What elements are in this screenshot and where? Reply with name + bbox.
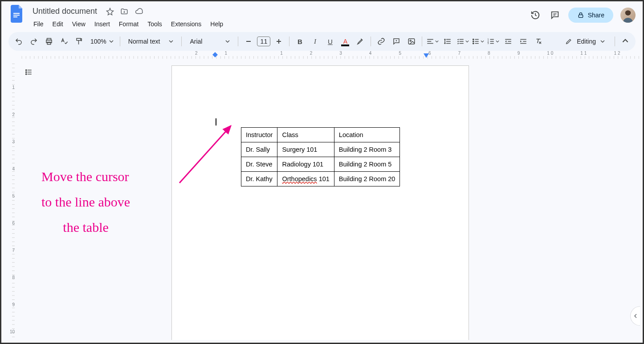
paint-format-button[interactable] xyxy=(73,35,86,48)
collapse-toolbar-button[interactable] xyxy=(619,35,632,48)
zoom-dropdown[interactable]: 100% xyxy=(88,38,116,45)
increase-indent-button[interactable] xyxy=(517,35,530,48)
table-row[interactable]: Dr. KathyOrthopedics 101Building 2 Room … xyxy=(241,172,400,186)
font-family-dropdown[interactable]: Arial xyxy=(185,38,234,45)
menu-extensions[interactable]: Extensions xyxy=(167,19,205,29)
svg-point-13 xyxy=(473,43,474,44)
ruler-tick: 3 xyxy=(12,139,15,144)
ruler-tick: 1 xyxy=(12,85,15,90)
table-cell[interactable]: Surgery 101 xyxy=(277,142,334,157)
document-page[interactable]: InstructorClassLocationDr. SallySurgery … xyxy=(171,65,469,340)
annotation-line3: the table xyxy=(41,214,130,240)
ruler-tick: 12 xyxy=(614,51,621,56)
star-icon[interactable] xyxy=(106,8,114,16)
indent-marker-right-icon[interactable] xyxy=(424,53,429,58)
ruler-tick: 8 xyxy=(488,51,492,56)
line-spacing-button[interactable] xyxy=(441,35,454,48)
font-size-input[interactable] xyxy=(257,36,270,46)
paragraph-style-dropdown[interactable]: Normal text xyxy=(124,38,178,45)
cloud-saved-icon[interactable] xyxy=(135,8,143,16)
document-table[interactable]: InstructorClassLocationDr. SallySurgery … xyxy=(241,127,400,186)
ruler-tick: 1 xyxy=(280,51,284,56)
ruler-tick: 1 xyxy=(225,51,229,56)
ruler-tick: 5 xyxy=(399,51,403,56)
ruler-tick: 11 xyxy=(580,51,588,56)
insert-image-button[interactable] xyxy=(405,35,418,48)
annotation-line2: to the line above xyxy=(41,189,130,214)
table-row[interactable]: InstructorClassLocation xyxy=(241,128,400,142)
move-folder-icon[interactable] xyxy=(120,8,128,16)
undo-button[interactable] xyxy=(12,35,25,48)
menu-format[interactable]: Format xyxy=(115,19,142,29)
align-dropdown[interactable] xyxy=(426,35,439,48)
horizontal-ruler[interactable]: 21123456789101112131415 xyxy=(19,51,643,59)
ruler-tick: 7 xyxy=(458,51,462,56)
docs-logo[interactable] xyxy=(8,5,26,23)
bold-button[interactable]: B xyxy=(293,35,306,48)
zoom-value: 100% xyxy=(90,38,106,45)
chevron-down-icon xyxy=(225,39,230,44)
svg-point-18 xyxy=(26,72,27,73)
table-row[interactable]: Dr. SallySurgery 101Building 2 Room 3 xyxy=(241,142,400,157)
bullet-list-button[interactable] xyxy=(471,35,485,48)
show-side-panel-button[interactable] xyxy=(630,306,640,326)
clear-formatting-button[interactable] xyxy=(532,35,545,48)
decrease-indent-button[interactable] xyxy=(501,35,515,48)
show-outline-button[interactable] xyxy=(23,67,34,77)
numbered-list-button[interactable]: 123 xyxy=(486,35,500,48)
increase-font-size-button[interactable] xyxy=(272,35,285,48)
indent-marker-left-icon[interactable] xyxy=(212,52,218,57)
insert-link-button[interactable] xyxy=(375,35,388,48)
svg-point-10 xyxy=(410,40,412,41)
menu-edit[interactable]: Edit xyxy=(49,19,67,29)
table-row[interactable]: Dr. SteveRadiology 101Building 2 Room 5 xyxy=(241,157,400,172)
vertical-ruler[interactable]: 1234567891011 xyxy=(4,64,15,340)
ruler-tick: 6 xyxy=(12,221,15,226)
ruler-tick: 9 xyxy=(12,302,15,307)
style-value: Normal text xyxy=(128,38,160,45)
table-cell[interactable]: Class xyxy=(277,128,334,142)
spellcheck-button[interactable] xyxy=(57,35,71,48)
table-cell[interactable]: Dr. Steve xyxy=(241,157,277,172)
table-cell[interactable]: Location xyxy=(334,128,400,142)
print-button[interactable] xyxy=(42,35,56,48)
svg-rect-9 xyxy=(409,39,415,44)
svg-rect-0 xyxy=(13,13,20,14)
menu-insert[interactable]: Insert xyxy=(91,19,114,29)
table-cell[interactable]: Building 2 Room 3 xyxy=(334,142,400,157)
table-cell[interactable]: Dr. Kathy xyxy=(241,172,277,186)
checklist-button[interactable] xyxy=(456,35,469,48)
svg-point-11 xyxy=(473,39,474,40)
ruler-tick: 10 xyxy=(547,51,554,56)
svg-point-19 xyxy=(26,73,27,74)
table-cell[interactable]: Dr. Sally xyxy=(241,142,277,157)
svg-rect-3 xyxy=(579,15,583,17)
highlight-color-button[interactable] xyxy=(354,35,367,48)
menu-help[interactable]: Help xyxy=(207,19,227,29)
svg-text:3: 3 xyxy=(488,42,489,45)
table-cell[interactable]: Orthopedics 101 xyxy=(277,172,334,186)
account-avatar[interactable] xyxy=(620,8,636,23)
decrease-font-size-button[interactable] xyxy=(242,35,255,48)
italic-button[interactable]: I xyxy=(308,35,322,48)
table-cell[interactable]: Building 2 Room 5 xyxy=(334,157,400,172)
menu-view[interactable]: View xyxy=(69,19,89,29)
doc-title[interactable]: Untitled document xyxy=(30,6,100,17)
insert-comment-button[interactable] xyxy=(390,35,403,48)
comments-icon[interactable] xyxy=(549,9,561,21)
menu-file[interactable]: File xyxy=(30,19,47,29)
history-icon[interactable] xyxy=(529,9,542,21)
underline-button[interactable]: U xyxy=(323,35,337,48)
table-cell[interactable]: Building 2 Room 20 xyxy=(334,172,400,186)
redo-button[interactable] xyxy=(27,35,41,48)
share-button[interactable]: Share xyxy=(568,8,613,23)
annotation-line1: Move the cursor xyxy=(41,164,130,189)
text-color-button[interactable]: A xyxy=(338,35,352,48)
share-label: Share xyxy=(588,12,604,19)
ruler-tick: 8 xyxy=(12,275,15,280)
editing-mode-dropdown[interactable]: Editing xyxy=(559,35,611,48)
menu-tools[interactable]: Tools xyxy=(144,19,166,29)
table-cell[interactable]: Radiology 101 xyxy=(277,157,334,172)
ruler-tick: 5 xyxy=(12,194,15,198)
table-cell[interactable]: Instructor xyxy=(241,128,277,142)
